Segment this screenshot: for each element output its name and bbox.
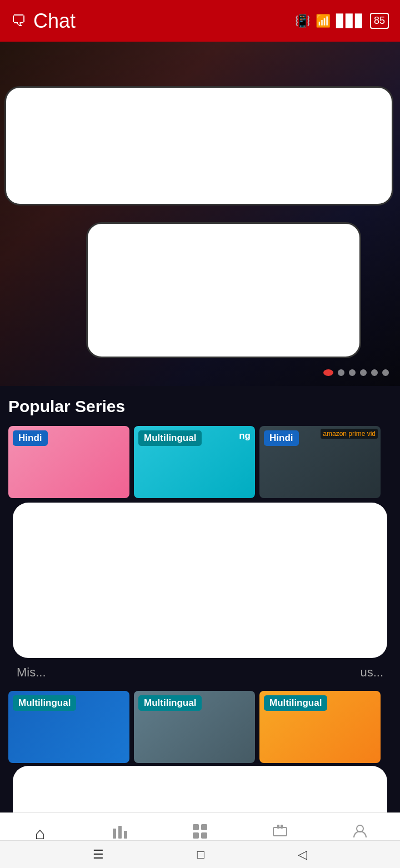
carousel-dot-active (323, 369, 333, 376)
svg-rect-5 (193, 832, 199, 839)
blurred-overlay-1 (4, 86, 393, 205)
battery-indicator: 85 (370, 13, 389, 29)
vibrate-icon: 📳 (295, 14, 310, 28)
carousel-dot (360, 369, 367, 376)
series-badge-4: Multilingual (13, 695, 76, 711)
truncated-right: us... (360, 665, 383, 680)
svg-rect-6 (201, 832, 207, 839)
carousel-dot (338, 369, 344, 376)
android-back-btn[interactable]: ◁ (298, 847, 307, 862)
status-bar-left: 🗨 Chat (11, 9, 76, 33)
popular-series-title: Popular Series (8, 397, 392, 416)
svg-rect-3 (193, 824, 199, 830)
svg-rect-0 (113, 829, 116, 839)
carousel-dots (323, 369, 389, 376)
svg-rect-9 (281, 825, 283, 829)
series-row-1: Hindi Multilingual ng Hindi amazon prime… (8, 426, 392, 498)
blurred-overlay-3 (13, 503, 387, 658)
app-title: Chat (33, 9, 76, 33)
svg-rect-4 (201, 824, 207, 830)
android-menu-btn[interactable]: ☰ (93, 847, 104, 862)
android-home-btn[interactable]: □ (197, 847, 204, 862)
series-card-5[interactable]: Multilingual (134, 691, 255, 763)
series-badge-6: Multilingual (264, 695, 327, 711)
svg-rect-7 (273, 827, 287, 836)
status-bar-right: 📳 📶 ▊▊▊ 85 (295, 13, 389, 29)
series-card-4[interactable]: Multilingual (8, 691, 129, 763)
series-badge-2: Multilingual (138, 430, 202, 446)
carousel-dot (349, 369, 356, 376)
popular-series-section: Popular Series Hindi Multilingual ng Hin… (0, 386, 400, 868)
series-truncated-labels: Mis... us... (8, 661, 392, 685)
series-badge-5: Multilingual (138, 695, 202, 711)
android-nav-bar: ☰ □ ◁ (0, 840, 400, 868)
svg-rect-1 (118, 826, 122, 839)
series-badge-extra: ng (239, 430, 251, 441)
svg-rect-2 (124, 831, 127, 839)
carousel-dot (382, 369, 389, 376)
series-card-6[interactable]: Multilingual (259, 691, 381, 763)
chat-app-icon: 🗨 (11, 12, 27, 30)
series-overlay-wrapper: Mis... us... (8, 503, 392, 685)
series-card-1[interactable]: Hindi (8, 426, 129, 498)
truncated-left: Mis... (17, 665, 46, 680)
main-content: memesapk.live Popular Series Hindi Multi… (0, 42, 400, 868)
series-card-3[interactable]: Hindi amazon prime vid (259, 426, 381, 498)
blurred-overlay-2 (86, 222, 361, 358)
signal-icon1: ▊▊▊ (336, 14, 364, 28)
status-bar: 🗨 Chat 📳 📶 ▊▊▊ 85 (0, 0, 400, 42)
wifi-icon: 📶 (316, 14, 331, 28)
series-badge-3: Hindi (264, 430, 299, 446)
series-badge-1: Hindi (13, 430, 48, 446)
series-row-2: Multilingual Multilingual Multilingual (8, 691, 392, 763)
amazon-prime-badge: amazon prime vid (321, 429, 378, 439)
hero-banner[interactable]: memesapk.live (0, 42, 400, 386)
series-card-2[interactable]: Multilingual ng (134, 426, 255, 498)
svg-rect-8 (277, 825, 279, 829)
carousel-dot (371, 369, 378, 376)
